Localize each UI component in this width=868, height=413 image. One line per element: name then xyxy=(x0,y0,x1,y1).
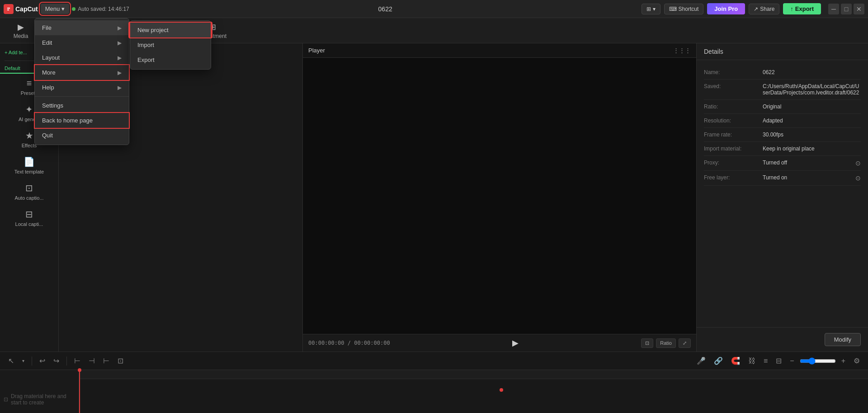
topbar: CapCut Menu ▾ Auto saved: 14:46:17 0622 … xyxy=(0,0,868,18)
settings-label: Settings xyxy=(42,102,63,109)
share-button[interactable]: ↗ Share xyxy=(749,4,779,14)
help-arrow-icon: ▶ xyxy=(118,84,122,91)
maximize-button[interactable]: □ xyxy=(841,4,852,14)
monitor-arrow: ▾ xyxy=(653,6,656,12)
more-arrow-icon: ▶ xyxy=(118,70,122,76)
autosave-dot xyxy=(72,7,75,11)
layout-label: Layout xyxy=(42,54,60,61)
topbar-right: ⊞ ▾ ⌨ Shortcut Join Pro ↗ Share ↑ Export… xyxy=(642,3,864,14)
capcut-logo: CapCut xyxy=(4,4,38,14)
share-label: Share xyxy=(760,6,774,12)
autosave-text: Auto saved: 14:46:17 xyxy=(78,6,129,12)
shortcut-label: Shortcut xyxy=(679,6,699,12)
close-icon: ✕ xyxy=(856,5,862,13)
edit-label: Edit xyxy=(42,39,52,46)
export-button[interactable]: ↑ Export xyxy=(783,3,821,14)
quit-label: Quit xyxy=(42,132,53,139)
share-icon: ↗ xyxy=(754,6,758,12)
topbar-center: 0622 xyxy=(129,5,642,13)
menu-button[interactable]: Menu ▾ xyxy=(41,4,70,14)
keyboard-icon: ⌨ xyxy=(669,6,677,12)
maximize-icon: □ xyxy=(844,5,848,13)
menu-item-more[interactable]: More ▶ xyxy=(35,65,129,80)
menu-overlay: File ▶ New project Import Export Edit ▶ xyxy=(0,18,868,413)
menu-item-layout[interactable]: Layout ▶ xyxy=(35,50,129,65)
export-label: Export xyxy=(795,5,814,12)
help-label: Help xyxy=(42,84,54,91)
minimize-icon: ─ xyxy=(831,5,836,13)
window-controls: ─ □ ✕ xyxy=(828,4,864,14)
back-home-label: Back to home page xyxy=(42,117,93,124)
menu-item-back-home[interactable]: Back to home page xyxy=(35,113,129,128)
more-label: More xyxy=(42,69,56,76)
menu-item-edit[interactable]: Edit ▶ xyxy=(35,35,129,50)
submenu-import[interactable]: Import xyxy=(130,38,211,52)
new-project-label: New project xyxy=(137,27,169,33)
file-menu-item-wrapper: File ▶ New project Import Export xyxy=(35,20,129,35)
monitor-button[interactable]: ⊞ ▾ xyxy=(642,4,660,14)
topbar-left: CapCut Menu ▾ Auto saved: 14:46:17 xyxy=(4,4,129,14)
menu-item-quit[interactable]: Quit xyxy=(35,128,129,143)
project-name: 0622 xyxy=(378,5,392,13)
menu-item-help[interactable]: Help ▶ xyxy=(35,80,129,95)
join-pro-label: Join Pro xyxy=(714,5,738,12)
submenu-export[interactable]: Export xyxy=(130,52,211,67)
autosave-indicator: Auto saved: 14:46:17 xyxy=(72,6,129,12)
file-arrow-icon: ▶ xyxy=(118,25,122,31)
export-submenu-label: Export xyxy=(137,56,155,63)
menu-arrow-icon: ▾ xyxy=(61,5,65,12)
minimize-button[interactable]: ─ xyxy=(828,4,839,14)
menu-label: Menu xyxy=(45,5,60,12)
join-pro-button[interactable]: Join Pro xyxy=(707,3,745,14)
monitor-icon: ⊞ xyxy=(646,6,651,12)
capcut-brand: CapCut xyxy=(15,5,38,13)
menu-dropdown: File ▶ New project Import Export Edit ▶ xyxy=(34,18,129,145)
close-button[interactable]: ✕ xyxy=(854,4,864,14)
shortcut-button[interactable]: ⌨ Shortcut xyxy=(664,4,704,14)
edit-arrow-icon: ▶ xyxy=(118,40,122,46)
file-label: File xyxy=(42,24,52,31)
menu-item-settings[interactable]: Settings xyxy=(35,98,129,113)
export-icon: ↑ xyxy=(790,5,793,12)
submenu-new-project[interactable]: New project xyxy=(130,23,211,38)
layout-arrow-icon: ▶ xyxy=(118,55,122,61)
menu-item-file[interactable]: File ▶ xyxy=(35,20,129,35)
import-label: Import xyxy=(137,42,154,48)
menu-separator-1 xyxy=(35,96,129,97)
file-submenu: New project Import Export xyxy=(130,20,211,70)
logo-icon xyxy=(4,4,14,14)
